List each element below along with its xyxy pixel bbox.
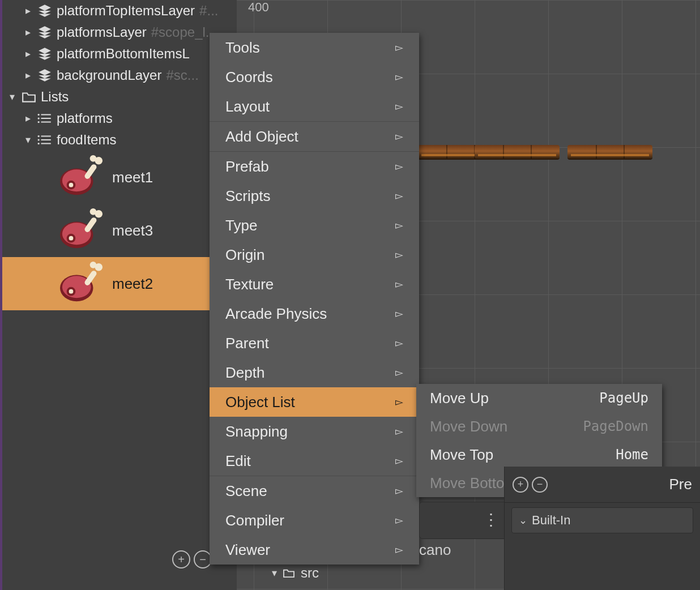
submenu-arrow-icon: ▻	[395, 100, 403, 113]
expand-icon[interactable]: ▸	[23, 5, 33, 17]
context-menu: Tools▻ Coords▻ Layout▻ Add Object▻ Prefa…	[210, 33, 419, 565]
zoom-controls: + −	[172, 550, 212, 568]
submenu-arrow-icon: ▻	[395, 249, 403, 261]
folder-name: src	[301, 565, 319, 581]
tree-row-layer[interactable]: ▸ platformBottomItemsL	[2, 43, 237, 65]
move-top[interactable]: Move TopHome	[416, 441, 662, 469]
list-item-food[interactable]: meet3	[2, 204, 237, 257]
meat-icon	[57, 208, 106, 253]
svg-point-3	[38, 135, 40, 137]
list-icon	[37, 112, 52, 125]
svg-point-1	[38, 117, 40, 119]
tab-label[interactable]: Pre	[669, 476, 692, 493]
submenu-arrow-icon: ▻	[395, 425, 403, 438]
tree-row-layer[interactable]: ▸ platformTopItemsLayer #...	[2, 0, 237, 22]
layer-icon	[37, 68, 52, 83]
tree-row-list[interactable]: ▸ platforms	[2, 108, 237, 129]
more-menu-icon[interactable]: ⋮	[483, 510, 499, 529]
zoom-out-button[interactable]: −	[532, 477, 548, 493]
collapse-icon[interactable]: ▾	[272, 567, 277, 579]
list-name: foodItems	[57, 132, 116, 148]
move-up[interactable]: Move UpPageUp	[416, 384, 662, 412]
zoom-in-button[interactable]: +	[172, 550, 190, 568]
svg-point-0	[38, 114, 40, 116]
ctx-scene[interactable]: Scene▻	[210, 476, 419, 506]
submenu-arrow-icon: ▻	[395, 278, 403, 290]
svg-point-5	[38, 143, 40, 144]
submenu-arrow-icon: ▻	[395, 455, 403, 467]
submenu-arrow-icon: ▻	[395, 366, 403, 379]
meat-icon	[57, 262, 106, 306]
submenu-arrow-icon: ▻	[395, 337, 403, 349]
text-fragment-cano: cano	[419, 541, 451, 559]
layer-name: platformTopItemsLayer	[57, 3, 195, 19]
submenu-arrow-icon: ▻	[395, 544, 403, 556]
ctx-edit[interactable]: Edit▻	[210, 446, 419, 476]
svg-point-12	[90, 155, 97, 162]
tree-row-layer[interactable]: ▸ backgroundLayer #sc...	[2, 65, 237, 86]
ctx-add-object[interactable]: Add Object▻	[210, 122, 419, 151]
ctx-scripts[interactable]: Scripts▻	[210, 181, 419, 211]
submenu-arrow-icon: ▻	[395, 160, 403, 173]
collapse-icon[interactable]: ▾	[23, 134, 33, 146]
list-name: platforms	[57, 110, 113, 126]
ctx-snapping[interactable]: Snapping▻	[210, 417, 419, 446]
ctx-depth[interactable]: Depth▻	[210, 358, 419, 387]
list-item-food-selected[interactable]: meet2	[2, 257, 237, 310]
tree-row-lists[interactable]: ▾ Lists	[2, 86, 237, 108]
ctx-coords[interactable]: Coords▻	[210, 62, 419, 92]
ctx-parent[interactable]: Parent▻	[210, 328, 419, 358]
ctx-origin[interactable]: Origin▻	[210, 240, 419, 270]
layer-name: platformsLayer	[57, 24, 147, 40]
move-down[interactable]: Move DownPageDown	[416, 412, 662, 441]
ctx-tools[interactable]: Tools▻	[210, 33, 419, 62]
expand-icon[interactable]: ▸	[23, 69, 33, 82]
tree-row-list[interactable]: ▾ foodItems	[2, 129, 237, 151]
platform-sprite[interactable]	[475, 145, 560, 159]
list-item-food[interactable]: meet1	[2, 151, 237, 204]
ctx-arcade-physics[interactable]: Arcade Physics▻	[210, 299, 419, 328]
food-name: meet1	[112, 169, 153, 186]
expand-icon[interactable]: ▸	[23, 48, 33, 60]
lists-label: Lists	[41, 89, 69, 105]
svg-point-9	[69, 183, 74, 187]
submenu-arrow-icon: ▻	[395, 514, 403, 527]
ctx-layout[interactable]: Layout▻	[210, 92, 419, 121]
ruler-tick-400: 400	[248, 0, 269, 15]
submenu-arrow-icon: ▻	[395, 41, 403, 54]
outline-panel: ▸ platformTopItemsLayer #... ▸ platforms…	[0, 0, 237, 590]
submenu-arrow-icon: ▻	[395, 219, 403, 232]
builtin-dropdown[interactable]: ⌄ Built-In	[511, 507, 693, 533]
zoom-in-button[interactable]: +	[513, 477, 528, 493]
svg-point-16	[69, 236, 74, 241]
file-tree-fragment[interactable]: ▾ src	[272, 565, 319, 581]
collapse-icon[interactable]: ▾	[7, 91, 17, 103]
layer-icon	[37, 25, 52, 40]
right-panel-header: + − Pre	[505, 467, 700, 503]
ctx-texture[interactable]: Texture▻	[210, 270, 419, 299]
svg-point-2	[38, 121, 40, 123]
ctx-prefab[interactable]: Prefab▻	[210, 152, 419, 181]
layer-name: platformBottomItemsL	[57, 46, 190, 62]
list-icon	[37, 134, 52, 146]
ctx-compiler[interactable]: Compiler▻	[210, 506, 419, 535]
search-bar-fragment[interactable]: ⋮	[419, 502, 507, 539]
expand-icon[interactable]: ▸	[23, 112, 33, 125]
platform-sprite[interactable]	[567, 145, 652, 159]
layer-tag: #scope_l...	[151, 24, 217, 40]
builtin-label: Built-In	[532, 513, 570, 528]
expand-icon[interactable]: ▸	[23, 26, 33, 39]
ctx-viewer[interactable]: Viewer▻	[210, 535, 419, 565]
tree-row-layer[interactable]: ▸ platformsLayer #scope_l...	[2, 22, 237, 43]
meat-icon	[57, 155, 106, 199]
chevron-down-icon: ⌄	[519, 514, 527, 527]
ctx-object-list[interactable]: Object List▻	[210, 387, 419, 417]
shortcut: Home	[616, 447, 648, 463]
ctx-type[interactable]: Type▻	[210, 211, 419, 240]
svg-point-19	[90, 208, 97, 215]
food-name: meet2	[112, 275, 153, 293]
svg-point-4	[38, 139, 40, 140]
layer-icon	[37, 3, 52, 18]
shortcut: PageDown	[583, 418, 648, 434]
shortcut: PageUp	[599, 390, 648, 406]
